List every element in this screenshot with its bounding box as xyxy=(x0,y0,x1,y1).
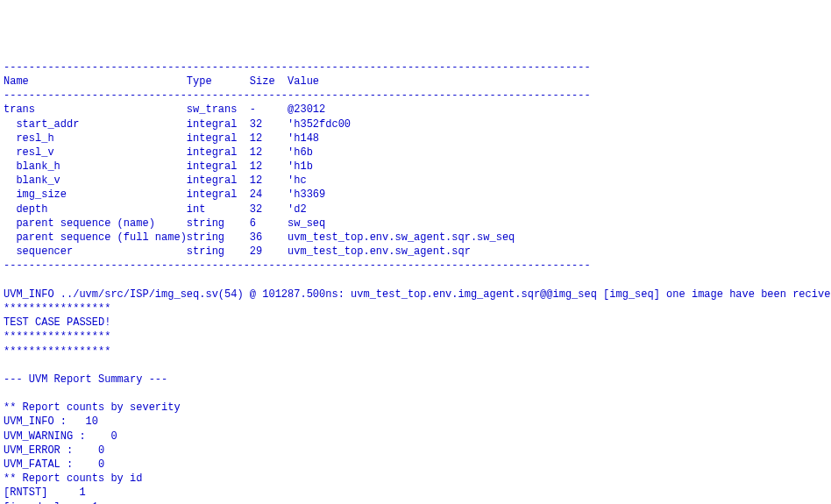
by-severity-title: ** Report counts by severity xyxy=(4,401,181,414)
id-list: [RNTST] 1 [img_drv] 1 [img_monitor] 2 [i… xyxy=(4,486,124,504)
log-output: ----------------------------------------… xyxy=(4,60,827,504)
uvm-info-line: UVM_INFO ../uvm/src/ISP/img_seq.sv(54) @… xyxy=(4,288,831,301)
summary-title: --- UVM Report Summary --- xyxy=(4,373,167,386)
stars-2: ***************** xyxy=(4,330,110,343)
table-header: Name Type Size Value xyxy=(4,75,319,88)
stars-1: ***************** xyxy=(4,302,110,315)
divider-top: ----------------------------------------… xyxy=(4,61,591,74)
by-id-title: ** Report counts by id xyxy=(4,472,142,485)
test-case-result: TEST CASE PASSED! xyxy=(4,316,110,329)
table-body: trans sw_trans - @23012 start_addr integ… xyxy=(4,103,515,258)
stars-3: ***************** xyxy=(4,345,110,358)
severity-list: UVM_INFO : 10 UVM_WARNING : 0 UVM_ERROR … xyxy=(4,415,117,471)
divider-header: ----------------------------------------… xyxy=(4,89,591,102)
divider-bottom: ----------------------------------------… xyxy=(4,259,591,272)
